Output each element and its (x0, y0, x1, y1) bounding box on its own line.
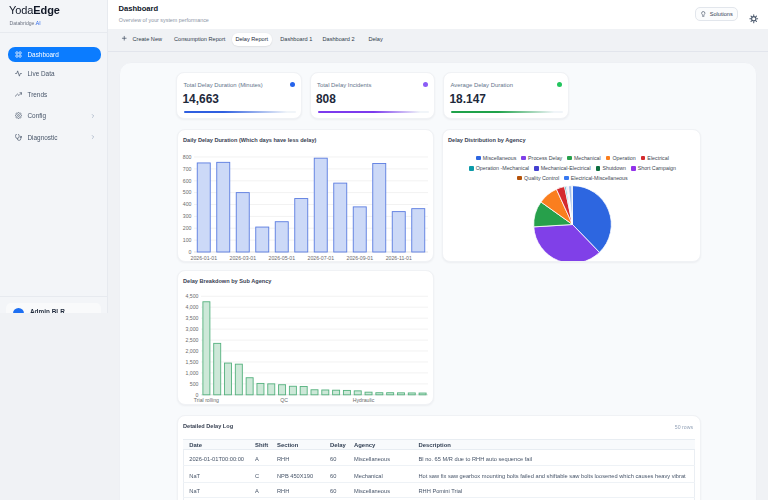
svg-text:2026-07-01: 2026-07-01 (308, 255, 335, 261)
svg-text:700: 700 (183, 166, 192, 172)
svg-text:3,000: 3,000 (186, 326, 199, 332)
svg-text:4,500: 4,500 (186, 293, 199, 299)
svg-text:200: 200 (183, 225, 192, 231)
svg-text:2026-05-01: 2026-05-01 (269, 255, 296, 261)
svg-text:1,000: 1,000 (186, 370, 199, 376)
svg-text:400: 400 (183, 201, 192, 207)
svg-text:2,500: 2,500 (186, 337, 199, 343)
svg-text:600: 600 (183, 178, 192, 184)
svg-text:QC: QC (280, 397, 288, 403)
svg-text:100: 100 (183, 237, 192, 243)
svg-text:Hydraulic: Hydraulic (353, 397, 375, 403)
svg-text:2026-01-01: 2026-01-01 (191, 255, 218, 261)
svg-text:500: 500 (190, 381, 199, 387)
svg-text:800: 800 (183, 154, 192, 160)
svg-text:2026-03-01: 2026-03-01 (230, 255, 257, 261)
svg-text:300: 300 (183, 213, 192, 219)
svg-text:1,500: 1,500 (186, 359, 199, 365)
svg-text:2026-11-01: 2026-11-01 (386, 255, 412, 261)
svg-text:500: 500 (183, 189, 192, 195)
svg-text:Trial rolling: Trial rolling (194, 397, 219, 403)
svg-text:2026-09-01: 2026-09-01 (347, 255, 374, 261)
svg-text:3,500: 3,500 (186, 315, 199, 321)
svg-text:4,000: 4,000 (186, 304, 199, 310)
svg-text:2,000: 2,000 (186, 348, 199, 354)
